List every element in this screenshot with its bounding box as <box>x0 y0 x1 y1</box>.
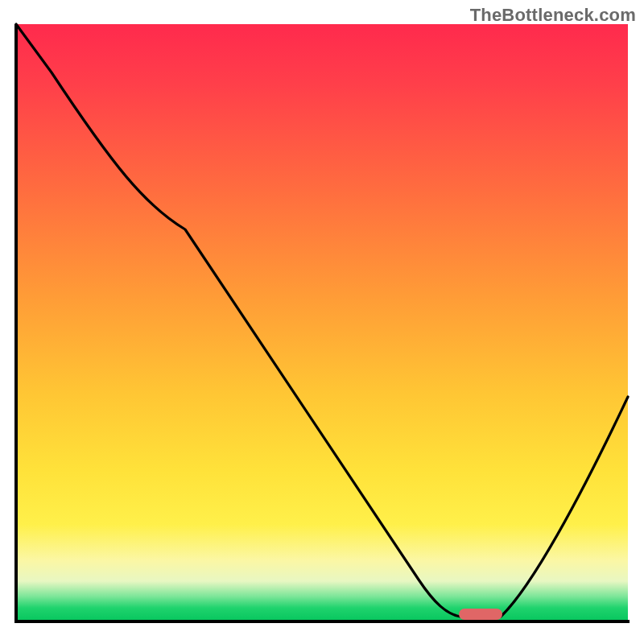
watermark-text: TheBottleneck.com <box>470 5 636 26</box>
plot-area <box>16 24 628 620</box>
optimum-marker <box>459 609 502 620</box>
chart-canvas: TheBottleneck.com <box>0 0 644 644</box>
bottleneck-curve <box>16 24 628 620</box>
curve-path <box>16 24 628 617</box>
x-axis-line <box>14 620 630 623</box>
